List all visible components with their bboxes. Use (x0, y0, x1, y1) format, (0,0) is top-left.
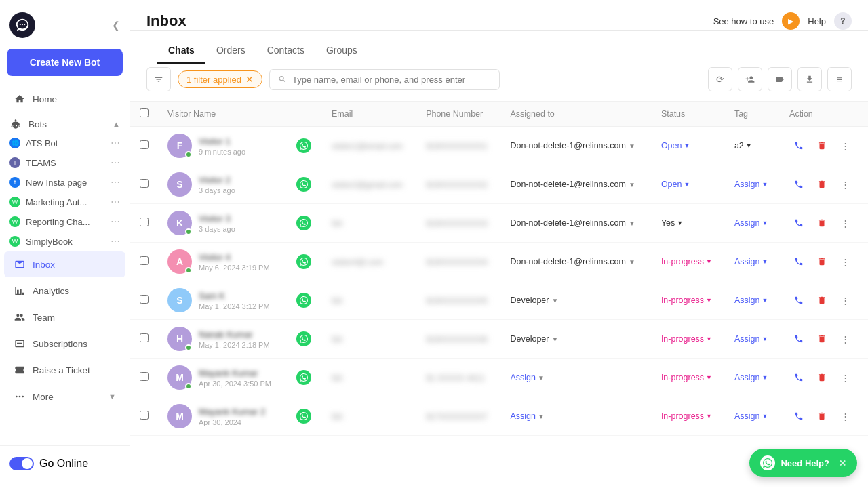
select-all-checkbox[interactable] (140, 108, 149, 117)
row-checkbox[interactable] (140, 218, 149, 226)
bot-more-reporting[interactable]: ⋯ (111, 216, 120, 227)
call-button[interactable] (789, 329, 808, 348)
visitor-time: May 6, 2024 3:19 PM (199, 264, 270, 272)
email-value: visitor4@.com (332, 258, 383, 267)
tag-assign[interactable]: Assign ▼ (734, 296, 770, 305)
sidebar-item-more[interactable]: More ▼ (4, 384, 125, 409)
tab-contacts[interactable]: Contacts (256, 38, 315, 64)
call-button[interactable] (789, 291, 808, 310)
sidebar-item-raise-ticket[interactable]: Raise a Ticket (4, 357, 125, 383)
delete-button[interactable] (812, 329, 831, 348)
simplybook-bot-icon: W (9, 236, 20, 247)
call-button[interactable] (789, 407, 808, 426)
col-action: Action (780, 102, 868, 127)
help-button[interactable]: ? (834, 12, 852, 30)
delete-button[interactable] (812, 214, 831, 232)
visitor-name: Nanak Kumar (199, 329, 270, 340)
call-button[interactable] (789, 136, 808, 155)
row-checkbox[interactable] (140, 179, 149, 188)
more-row-button[interactable]: ⋮ (835, 136, 854, 155)
play-button[interactable]: ▶ (782, 12, 800, 30)
delete-button[interactable] (812, 175, 831, 194)
bot-item-simplybook[interactable]: W SimplyBook ⋯ (4, 232, 125, 251)
bot-more-simplybook[interactable]: ⋯ (111, 236, 120, 247)
row-checkbox[interactable] (140, 411, 149, 420)
row-checkbox[interactable] (140, 256, 149, 265)
more-row-button[interactable]: ⋮ (835, 175, 854, 194)
more-row-button[interactable]: ⋮ (835, 291, 854, 310)
bot-more-teams[interactable]: ⋯ (111, 157, 120, 168)
call-button[interactable] (789, 214, 808, 232)
tag-button[interactable] (768, 67, 792, 92)
create-new-bot-button[interactable]: Create New Bot (7, 49, 123, 76)
visitor-cell: K Visitor 3 3 days ago (167, 211, 277, 235)
refresh-button[interactable]: ⟳ (708, 67, 732, 92)
bot-item-insta[interactable]: f New Insta page ⋯ (4, 173, 125, 192)
bot-more-marketing[interactable]: ⋯ (111, 197, 120, 207)
tag-value[interactable]: a2 ▼ (734, 141, 770, 150)
delete-button[interactable] (812, 136, 831, 155)
tag-assign[interactable]: Assign ▼ (734, 218, 770, 228)
call-button[interactable] (789, 175, 808, 194)
collapse-button[interactable]: ❮ (112, 20, 120, 30)
table-row: M Mayank Kumar Apr 30, 2024 3:50 PM NA 9… (130, 359, 868, 397)
status-badge: In-progress ▼ (661, 373, 715, 382)
delete-button[interactable] (812, 368, 831, 387)
tag-assign[interactable]: Assign ▼ (734, 411, 770, 421)
more-options-button[interactable]: ≡ (827, 67, 852, 92)
download-button[interactable] (797, 67, 822, 92)
bot-item-teams[interactable]: T TEAMS ⋯ (4, 153, 125, 172)
sidebar-item-inbox[interactable]: Inbox (4, 251, 125, 277)
bot-name-teams: TEAMS (26, 158, 56, 168)
tag-assign[interactable]: Assign ▼ (734, 373, 770, 382)
filter-button[interactable] (146, 67, 171, 92)
call-button[interactable] (789, 368, 808, 387)
col-channel (287, 102, 322, 127)
bot-item-ats[interactable]: 🌐 ATS Bot ⋯ (4, 134, 125, 152)
inbox-icon (14, 258, 26, 270)
call-button[interactable] (789, 252, 808, 271)
row-checkbox[interactable] (140, 140, 149, 149)
filter-clear-button[interactable]: ✕ (245, 74, 254, 85)
more-row-button[interactable]: ⋮ (835, 407, 854, 426)
help-float-close-icon[interactable]: ✕ (839, 458, 846, 468)
go-online-row: Go Online (4, 451, 125, 476)
bot-item-reporting[interactable]: W Reporting Cha... ⋯ (4, 212, 125, 231)
more-row-button[interactable]: ⋮ (835, 368, 854, 387)
more-row-button[interactable]: ⋮ (835, 329, 854, 348)
tab-chats[interactable]: Chats (157, 38, 205, 64)
bot-more-insta[interactable]: ⋯ (111, 177, 120, 188)
row-checkbox[interactable] (140, 333, 149, 342)
assigned-to[interactable]: Assign ▼ (510, 411, 642, 421)
row-checkbox[interactable] (140, 372, 149, 381)
add-user-button[interactable] (738, 67, 762, 92)
phone-value: 91 XXXXX 4411 (426, 373, 485, 383)
sidebar-item-team[interactable]: Team (4, 304, 125, 330)
tab-groups[interactable]: Groups (315, 38, 368, 64)
tag-assign[interactable]: Assign ▼ (734, 334, 770, 344)
delete-button[interactable] (812, 291, 831, 310)
help-float-button[interactable]: Need Help? ✕ (749, 449, 857, 477)
visitor-info: Visitor 3 3 days ago (199, 214, 235, 233)
sidebar-item-subscriptions[interactable]: Subscriptions (4, 331, 125, 357)
bot-item-marketing[interactable]: W Marketing Aut... ⋯ (4, 192, 125, 211)
teams-bot-icon: T (9, 157, 20, 168)
assigned-to[interactable]: Assign ▼ (510, 373, 642, 382)
help-float-label: Need Help? (781, 458, 829, 468)
search-input[interactable] (292, 75, 491, 85)
tag-assign[interactable]: Assign ▼ (734, 180, 770, 189)
delete-button[interactable] (812, 407, 831, 426)
more-row-button[interactable]: ⋮ (835, 214, 854, 232)
sidebar-item-home[interactable]: Home (4, 86, 125, 112)
sidebar-item-analytics[interactable]: Analytics (4, 278, 125, 304)
sidebar-item-bots[interactable]: Bots ▲ (4, 113, 125, 133)
delete-button[interactable] (812, 252, 831, 271)
visitor-time: 3 days ago (199, 186, 235, 195)
tag-assign[interactable]: Assign ▼ (734, 257, 770, 266)
bot-more-ats[interactable]: ⋯ (111, 138, 120, 148)
see-how-label: See how to use (713, 16, 774, 26)
go-online-toggle[interactable] (9, 457, 34, 470)
more-row-button[interactable]: ⋮ (835, 252, 854, 271)
tab-orders[interactable]: Orders (205, 38, 256, 64)
row-checkbox[interactable] (140, 295, 149, 304)
